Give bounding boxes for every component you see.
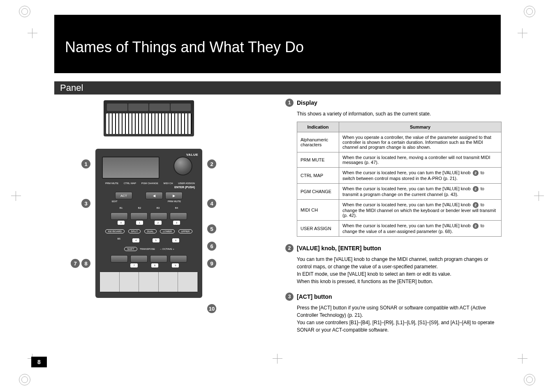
value-knob bbox=[173, 157, 192, 175]
callout-7: 7 bbox=[71, 259, 80, 268]
control-panel-illustration: 1 2 3 4 5 6 7 8 9 10 VALUE PRM MUTE CTRL… bbox=[95, 149, 202, 298]
transpose-button bbox=[130, 255, 148, 263]
callout-5: 5 bbox=[207, 224, 216, 233]
piano-mini bbox=[99, 272, 198, 292]
cursor-right-button: ▶ bbox=[165, 192, 183, 199]
print-mark-corner bbox=[524, 374, 536, 386]
descriptions-column: 1 Display This shows a variety of inform… bbox=[285, 99, 499, 341]
print-mark-corner bbox=[524, 6, 536, 18]
page-title: Names of Things and What They Do bbox=[65, 39, 304, 56]
keyboard-chip: KEYBOARD bbox=[105, 229, 125, 233]
item-title-value: [VALUE] knob, [ENTER] button bbox=[297, 245, 381, 251]
callout-4: 4 bbox=[207, 199, 216, 208]
item-value-knob: 2 [VALUE] knob, [ENTER] button You can t… bbox=[285, 244, 499, 285]
enter-push-label: ENTER (PUSH) bbox=[99, 186, 198, 189]
cursor-labels: PRM MUTE CTRL MAP PGM CHANGE MIDI CH USE… bbox=[99, 182, 198, 185]
item-desc-act: Press the [ACT] button if you're using S… bbox=[297, 304, 499, 334]
callout-10: 10 bbox=[207, 304, 216, 313]
item-desc-display: This shows a variety of information, suc… bbox=[297, 110, 499, 118]
crop-mark bbox=[10, 190, 22, 202]
print-mark-corner bbox=[19, 6, 31, 18]
octave-plus-button bbox=[170, 255, 187, 263]
item-act-button: 3 [ACT] button Press the [ACT] button if… bbox=[285, 293, 499, 334]
indication-table: Indication Summary Alphanumeric characte… bbox=[297, 122, 502, 237]
b4-button bbox=[170, 212, 187, 220]
value-label: VALUE bbox=[99, 153, 198, 157]
edit-label: EDIT bbox=[112, 200, 118, 203]
item-desc-value: You can turn the [VALUE] knob to change … bbox=[297, 256, 499, 285]
crop-mark bbox=[271, 353, 284, 365]
item-title-display: Display bbox=[297, 99, 317, 106]
page-number: 8 bbox=[31, 357, 47, 367]
callout-6: 6 bbox=[207, 242, 216, 251]
panel-diagram: 1 2 3 4 5 6 7 8 9 10 VALUE PRM MUTE CTRL… bbox=[95, 100, 202, 298]
crop-mark bbox=[516, 27, 529, 39]
shift-chip: SHIFT bbox=[124, 247, 137, 251]
panel-display bbox=[102, 157, 160, 179]
act-button: ACT bbox=[115, 192, 132, 199]
b3-button bbox=[150, 212, 167, 220]
callout-2: 2 bbox=[207, 159, 216, 168]
b2-button bbox=[130, 212, 148, 220]
item-number-3: 3 bbox=[285, 293, 294, 301]
item-title-act: [ACT] button bbox=[297, 293, 332, 300]
item-display: 1 Display This shows a variety of inform… bbox=[285, 99, 499, 237]
callout-1: 1 bbox=[81, 159, 90, 168]
print-mark-corner bbox=[19, 374, 31, 386]
crop-mark bbox=[533, 190, 545, 202]
item-number-1: 1 bbox=[285, 99, 294, 107]
shift-button bbox=[111, 255, 128, 263]
callout-3: 3 bbox=[81, 199, 90, 208]
octave-minus-button bbox=[150, 255, 167, 263]
prm-mute-label: PRM MUTE bbox=[168, 200, 181, 203]
cursor-left-button: ◀ bbox=[146, 192, 163, 199]
crop-mark bbox=[516, 353, 529, 365]
crop-mark bbox=[26, 27, 39, 39]
item-number-2: 2 bbox=[285, 244, 294, 252]
keyboard-illustration bbox=[104, 100, 194, 136]
callout-9: 9 bbox=[207, 259, 216, 268]
callout-8: 8 bbox=[81, 259, 90, 268]
b1-button bbox=[111, 212, 128, 220]
section-header: Panel bbox=[54, 81, 501, 95]
